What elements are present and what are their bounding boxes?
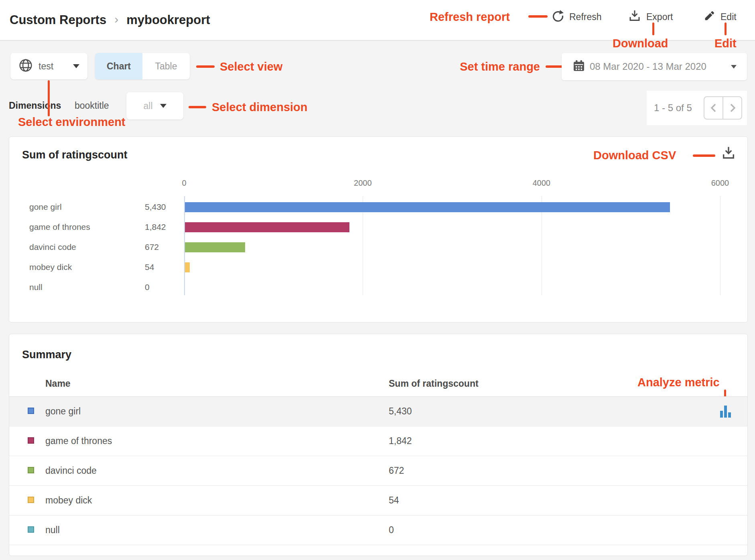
annotation-line-select-view	[196, 65, 215, 68]
chart-category-label: game of thrones	[29, 217, 90, 237]
date-range-picker[interactable]: 08 Mar 2020 - 13 Mar 2020	[562, 53, 747, 80]
chart-category-label: mobey dick	[29, 257, 72, 277]
x-tick-label: 4000	[532, 179, 550, 188]
environment-dropdown[interactable]: test	[10, 53, 87, 79]
refresh-label: Refresh	[569, 12, 602, 22]
view-toggle: Chart Table	[95, 53, 190, 79]
series-color-swatch	[28, 526, 34, 533]
refresh-button[interactable]: Refresh	[552, 0, 602, 34]
column-header-name: Name	[45, 378, 71, 389]
chart-bar	[185, 222, 349, 232]
custom-report-page: Custom Reports › mybookreport Refresh Ex…	[0, 0, 755, 560]
summary-value: 672	[389, 456, 404, 485]
dimension-value-dropdown[interactable]: all	[126, 92, 183, 120]
summary-value: 54	[389, 486, 399, 515]
summary-name: game of thrones	[45, 426, 112, 456]
chart-row: mobey dick54	[9, 257, 747, 277]
export-button[interactable]: Export	[628, 0, 673, 34]
chart-bar	[185, 242, 245, 252]
annotation-select-view: Select view	[220, 60, 282, 73]
summary-card: Summary Analyze metric Name Sum of ratin…	[9, 334, 748, 556]
chevron-down-icon	[160, 104, 166, 108]
chevron-down-icon	[73, 64, 79, 68]
annotation-analyze-metric: Analyze metric	[637, 376, 720, 389]
breadcrumb-chevron-icon: ›	[114, 12, 118, 26]
breadcrumb-current: mybookreport	[126, 13, 210, 27]
chart-category-label: gone girl	[29, 197, 62, 217]
annotation-set-time-range: Set time range	[445, 60, 540, 73]
dimensions-label: Dimensions	[9, 100, 61, 111]
annotation-line-edit	[725, 22, 727, 35]
globe-icon	[18, 58, 33, 74]
analyze-metric-icon[interactable]	[720, 405, 731, 419]
previous-page-button[interactable]	[704, 97, 723, 119]
annotation-line-select-environment	[48, 80, 50, 116]
chart-value-label: 5,430	[145, 197, 166, 217]
environment-name: test	[39, 61, 53, 72]
annotation-select-environment: Select environment	[18, 116, 126, 129]
chart-card: Sum of ratingscount Download CSV 0200040…	[9, 136, 748, 323]
summary-name: mobey dick	[45, 486, 92, 515]
summary-name: davinci code	[45, 456, 97, 485]
chart-row: davinci code672	[9, 237, 747, 257]
summary-row[interactable]: game of thrones1,842	[9, 426, 747, 456]
date-range-value: 08 Mar 2020 - 13 Mar 2020	[590, 61, 706, 72]
chart-category-label: davinci code	[29, 237, 76, 257]
chart-row: null0	[9, 277, 747, 297]
download-icon	[628, 9, 641, 24]
breadcrumb-parent[interactable]: Custom Reports	[10, 13, 106, 27]
annotation-line-refresh	[528, 15, 548, 18]
series-color-swatch	[28, 408, 34, 414]
pagination: 1 - 5 of 5	[647, 91, 747, 125]
series-color-swatch	[28, 467, 34, 473]
summary-row[interactable]: davinci code672	[9, 456, 747, 486]
chart-value-label: 0	[145, 277, 150, 297]
annotation-line-select-dimension	[189, 106, 206, 108]
column-header-value: Sum of ratingscount	[389, 378, 479, 389]
chart-row: game of thrones1,842	[9, 217, 747, 237]
export-label: Export	[646, 12, 673, 22]
summary-value: 5,430	[389, 397, 412, 426]
chart-bar	[185, 262, 190, 272]
calendar-icon	[572, 59, 586, 74]
pagination-range: 1 - 5 of 5	[654, 102, 692, 114]
annotation-edit: Edit	[714, 37, 737, 50]
summary-value: 1,842	[389, 426, 412, 456]
series-color-swatch	[28, 437, 34, 444]
x-tick-label: 0	[182, 179, 186, 188]
chart-rows: gone girl5,430game of thrones1,842davinc…	[9, 197, 747, 297]
summary-value: 0	[389, 515, 394, 545]
summary-row[interactable]: gone girl5,430	[9, 397, 747, 426]
summary-row[interactable]: null0	[9, 515, 747, 545]
dimension-field-name: booktitle	[75, 100, 109, 111]
x-tick-label: 2000	[354, 179, 372, 188]
chart-category-label: null	[29, 277, 43, 297]
summary-row[interactable]: mobey dick54	[9, 486, 747, 515]
summary-rows: gone girl5,430game of thrones1,842davinc…	[9, 397, 747, 545]
tab-chart[interactable]: Chart	[95, 53, 142, 79]
annotation-refresh-report: Refresh report	[430, 10, 510, 24]
chart-value-label: 672	[145, 237, 159, 257]
edit-button[interactable]: Edit	[703, 0, 737, 34]
next-page-button[interactable]	[723, 97, 741, 119]
annotation-select-dimension: Select dimension	[212, 101, 308, 114]
dimension-selected-value: all	[143, 101, 152, 112]
annotation-line-download	[652, 22, 654, 35]
pencil-icon	[703, 10, 716, 24]
annotation-download: Download	[613, 37, 668, 50]
edit-label: Edit	[720, 12, 737, 22]
pagination-buttons	[704, 96, 742, 120]
tab-table[interactable]: Table	[142, 53, 190, 79]
chart-value-label: 54	[145, 257, 154, 277]
chart-row: gone girl5,430	[9, 197, 747, 217]
summary-name: null	[45, 515, 60, 545]
refresh-icon	[552, 10, 564, 24]
summary-name: gone girl	[45, 397, 81, 426]
chart-value-label: 1,842	[145, 217, 166, 237]
breadcrumb: Custom Reports › mybookreport	[10, 0, 210, 40]
summary-title: Summary	[22, 349, 71, 361]
x-tick-label: 6000	[711, 179, 729, 188]
chevron-down-icon	[731, 65, 737, 69]
series-color-swatch	[28, 497, 34, 503]
chart-bar	[185, 202, 670, 212]
